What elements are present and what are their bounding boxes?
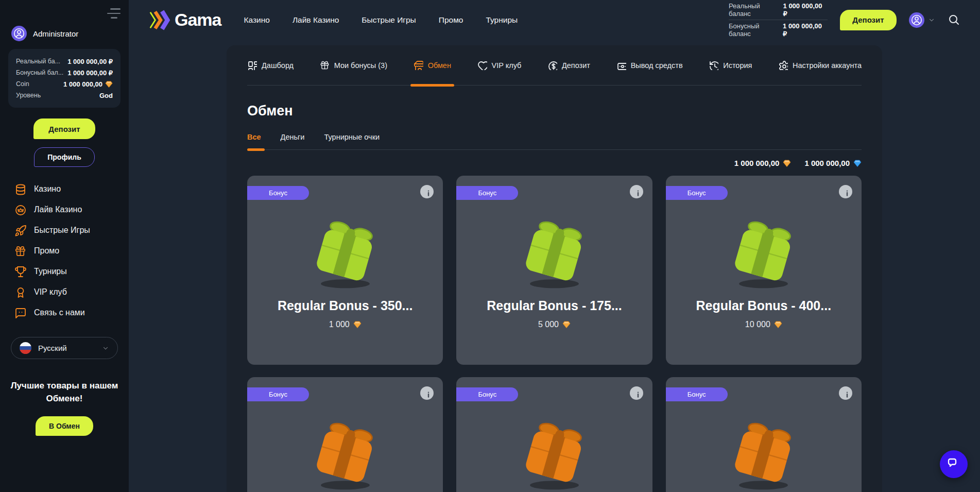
bonus-card[interactable]: Бонус bbox=[666, 377, 862, 492]
info-icon[interactable] bbox=[839, 386, 852, 400]
info-icon[interactable] bbox=[630, 185, 643, 198]
shop-icon bbox=[414, 60, 423, 70]
nav-promo[interactable]: Промо bbox=[439, 15, 463, 25]
header-balances: Реальный баланс 1 000 000,00 ₽ Бонусный … bbox=[729, 0, 828, 40]
sidebar-promo-text: Лучшие товары в нашем Обмене! bbox=[7, 380, 122, 405]
orange-gem-icon bbox=[353, 320, 362, 329]
dashboard-icon bbox=[247, 60, 257, 70]
bonus-card[interactable]: Бонус bbox=[456, 377, 652, 492]
exchange-wallet: 1 000 000,00 1 000 000,00 bbox=[247, 159, 862, 167]
sidebar-item-vip-club[interactable]: VIP клуб bbox=[14, 282, 129, 302]
nav-live-casino[interactable]: Лайв Казино bbox=[293, 15, 339, 25]
nav-fast-games[interactable]: Быстрые Игры bbox=[362, 15, 416, 25]
live-chat-button[interactable] bbox=[940, 450, 968, 478]
real-balance-row: Реальный ба... 1 000 000,00 ₽ bbox=[16, 56, 113, 67]
bonus-card[interactable]: Бонус Regular Bonus - 175... 5 000 bbox=[456, 176, 652, 365]
tab-dashboard[interactable]: Дашборд bbox=[247, 45, 294, 85]
bonus-badge: Бонус bbox=[247, 387, 309, 401]
gear-icon bbox=[778, 60, 788, 70]
bonus-title: Regular Bonus - 400... bbox=[666, 298, 862, 313]
sidebar-item-live-casino[interactable]: Лайв Казино bbox=[14, 199, 129, 220]
coin-icon bbox=[547, 60, 557, 70]
bonus-card[interactable]: Бонус bbox=[247, 377, 443, 492]
account-menu[interactable] bbox=[909, 12, 935, 28]
main-area: Gama Казино Лайв Казино Быстрые Игры Про… bbox=[129, 0, 980, 492]
user-avatar bbox=[909, 12, 924, 28]
orange-gem-icon bbox=[774, 320, 782, 329]
chevron-down-icon bbox=[102, 345, 109, 352]
wallet-orange-balance: 1 000 000,00 bbox=[734, 159, 792, 167]
russian-flag-icon bbox=[20, 342, 31, 354]
bonus-title: Regular Bonus - 175... bbox=[456, 298, 652, 313]
sidebar-menu: Казино Лайв Казино Быстрые Игры Промо Ту… bbox=[14, 179, 129, 323]
filter-all[interactable]: Все bbox=[247, 133, 261, 149]
chat-bubble-icon bbox=[946, 456, 961, 472]
nav-tournaments[interactable]: Турниры bbox=[486, 15, 518, 25]
tab-my-bonuses[interactable]: Мои бонусы (3) bbox=[320, 45, 387, 85]
heart-icon bbox=[477, 60, 487, 70]
gama-logo[interactable]: Gama bbox=[148, 10, 221, 30]
orange-gem-icon bbox=[562, 320, 571, 329]
sidebar-deposit-button[interactable]: Депозит bbox=[33, 118, 95, 139]
nav-casino[interactable]: Казино bbox=[244, 15, 270, 25]
bonus-badge: Бонус bbox=[456, 387, 518, 401]
tab-exchange[interactable]: Обмен bbox=[414, 45, 451, 85]
orange-gem-icon bbox=[105, 80, 113, 88]
tab-history[interactable]: История bbox=[709, 45, 752, 85]
bonus-badge: Бонус bbox=[247, 186, 309, 200]
bonus-card[interactable]: Бонус Regular Bonus - 350... 1 000 bbox=[247, 176, 443, 365]
bonus-price: 5 000 bbox=[456, 320, 652, 329]
language-selector[interactable]: Русский bbox=[11, 337, 118, 359]
wallet-blue-balance: 1 000 000,00 bbox=[804, 159, 862, 167]
search-icon[interactable] bbox=[948, 13, 960, 26]
sidebar-item-contact[interactable]: Связь с нами bbox=[14, 302, 129, 323]
bonus-badge: Бонус bbox=[456, 186, 518, 200]
filter-tournament-points[interactable]: Турнирные очки bbox=[324, 133, 380, 149]
bonus-badge: Бонус bbox=[666, 186, 728, 200]
sidebar-item-promo[interactable]: Промо bbox=[14, 241, 129, 261]
sidebar-item-fast-games[interactable]: Быстрые Игры bbox=[14, 220, 129, 241]
medal-icon bbox=[14, 286, 26, 298]
chat-icon bbox=[14, 307, 26, 319]
language-label: Русский bbox=[38, 344, 67, 352]
bonus-card[interactable]: Бонус Regular Bonus - 400... 10 000 bbox=[666, 176, 862, 365]
user-avatar bbox=[11, 26, 27, 41]
banknote-icon bbox=[616, 60, 626, 70]
info-icon[interactable] bbox=[630, 386, 643, 400]
header-real-balance: Реальный баланс 1 000 000,00 ₽ bbox=[729, 0, 828, 20]
tab-deposit[interactable]: Депозит bbox=[547, 45, 590, 85]
info-icon[interactable] bbox=[839, 185, 852, 198]
sidebar-balance-card: Реальный ба... 1 000 000,00 ₽ Бонусный б… bbox=[8, 49, 121, 108]
trophy-icon bbox=[14, 266, 26, 278]
sidebar: Administrator Реальный ба... 1 000 000,0… bbox=[0, 0, 129, 492]
level-row: Уровень God bbox=[16, 90, 113, 101]
tab-account-settings[interactable]: Настройки аккаунта bbox=[778, 45, 862, 85]
tab-vip-club[interactable]: VIP клуб bbox=[477, 45, 522, 85]
rocket-icon bbox=[14, 225, 26, 236]
logo-chevrons-icon bbox=[148, 10, 170, 30]
bonus-cards-grid: Бонус Regular Bonus - 350... 1 000 Бонус… bbox=[247, 176, 862, 492]
chevron-down-icon bbox=[928, 16, 935, 24]
gift-icon bbox=[320, 60, 330, 70]
history-icon bbox=[709, 60, 718, 70]
live-casino-icon bbox=[14, 204, 26, 216]
user-name: Administrator bbox=[33, 29, 78, 38]
tab-withdraw[interactable]: Вывод средств bbox=[616, 45, 683, 85]
coins-icon bbox=[14, 183, 26, 195]
bonus-price: 1 000 bbox=[247, 320, 443, 329]
header-bonus-balance: Бонусный баланс 1 000 000,00 ₽ bbox=[729, 20, 828, 40]
header-deposit-button[interactable]: Депозит bbox=[840, 10, 897, 30]
to-exchange-button[interactable]: В Обмен bbox=[36, 416, 93, 436]
top-right-controls: Реальный баланс 1 000 000,00 ₽ Бонусный … bbox=[729, 0, 960, 40]
page-title: Обмен bbox=[247, 103, 862, 119]
sidebar-toggle-icon[interactable] bbox=[107, 8, 121, 19]
sidebar-item-tournaments[interactable]: Турниры bbox=[14, 261, 129, 282]
gift-icon bbox=[14, 245, 26, 257]
bonus-price: 10 000 bbox=[666, 320, 862, 329]
bonus-badge: Бонус bbox=[666, 387, 728, 401]
sidebar-profile-button[interactable]: Профиль bbox=[34, 147, 95, 167]
filter-money[interactable]: Деньги bbox=[281, 133, 305, 149]
bonus-balance-row: Бонусный бал... 1 000 000,00 ₽ bbox=[16, 67, 113, 78]
sidebar-user[interactable]: Administrator bbox=[11, 26, 129, 41]
sidebar-item-casino[interactable]: Казино bbox=[14, 179, 129, 199]
